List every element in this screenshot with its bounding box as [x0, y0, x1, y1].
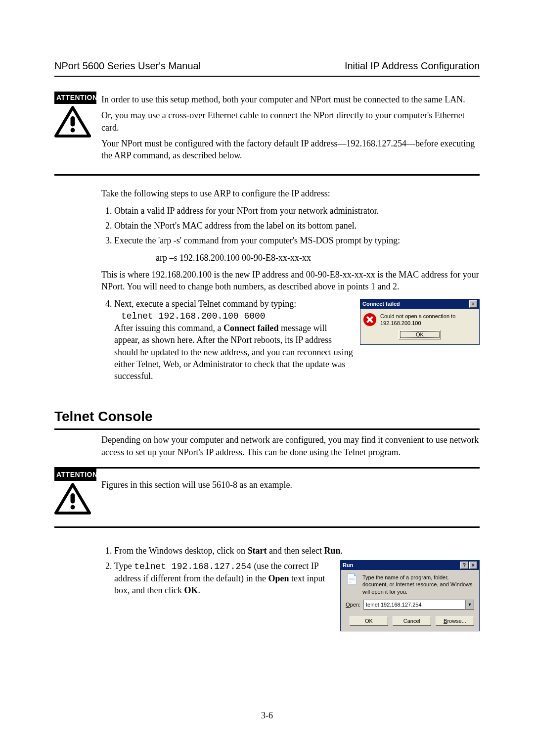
arp-intro: Take the following steps to use ARP to c…: [101, 188, 480, 199]
connect-failed-body: Could not open a connection to 192.168.2…: [360, 309, 479, 330]
t1b: and then select: [267, 546, 324, 556]
svg-point-3: [71, 505, 75, 510]
run-browse-button[interactable]: Browse...: [436, 616, 474, 626]
telnet-step-2: Type telnet 192.168.127.254 (use the cor…: [114, 560, 480, 631]
t1start: Start: [247, 546, 267, 556]
run-titlebar: Run ? ×: [341, 561, 479, 570]
page-header: NPort 5600 Series User's Manual Initial …: [54, 59, 480, 77]
attention-icon-col: ATTENTION: [54, 92, 96, 141]
t2a: Type: [114, 561, 134, 571]
header-left: NPort 5600 Series User's Manual: [54, 59, 201, 73]
att2-text: Figures in this section will use 5610-8 …: [101, 479, 292, 491]
svg-rect-0: [71, 116, 75, 127]
connect-failed-msg: Could not open a connection to 192.168.2…: [380, 313, 476, 328]
t2ok: OK: [184, 585, 198, 595]
telnet-steps-list: From the Windows desktop, click on Start…: [101, 545, 480, 631]
page: NPort 5600 Series User's Manual Initial …: [0, 0, 534, 756]
att1-p1: In order to use this setup method, both …: [101, 94, 480, 105]
run-desc: Type the name of a program, folder, docu…: [362, 574, 474, 596]
connect-failed-ok-button[interactable]: OK: [399, 330, 441, 339]
telnet-intro: Depending on how your computer and netwo…: [101, 434, 480, 458]
help-icon[interactable]: ?: [460, 562, 468, 569]
connect-failed-dialog: Connect failed × Could not open a connec…: [360, 299, 480, 345]
warning-triangle-icon: [54, 106, 91, 138]
arp-step-3-text: Execute the 'arp -s' command from your c…: [114, 236, 400, 245]
telnet-intro-block: Depending on how your computer and netwo…: [101, 434, 480, 458]
page-number: 3-6: [0, 709, 534, 721]
attention-block-1: ATTENTION In order to use this setup met…: [54, 92, 480, 176]
arp-explain: This is where 192.168.200.100 is the new…: [101, 269, 480, 293]
arp-step4-list: Next, execute a special Telnet command b…: [101, 298, 480, 382]
arp-steps-list: Obtain a valid IP address for your NPort…: [101, 205, 480, 247]
run-open-combo[interactable]: ▼: [363, 600, 474, 610]
step4-cmd: telnet 192.168.200.100 6000: [121, 310, 266, 322]
step4-after-bold: Connect failed: [223, 323, 279, 333]
svg-rect-2: [71, 493, 75, 504]
run-ok-button[interactable]: OK: [350, 616, 388, 626]
telnet-step-1: From the Windows desktop, click on Start…: [114, 545, 480, 557]
arp-step4-text: Next, execute a special Telnet command b…: [114, 298, 360, 382]
connect-failed-title: Connect failed: [362, 300, 400, 308]
section-title-telnet: Telnet Console: [54, 407, 480, 430]
header-right: Initial IP Address Configuration: [345, 59, 480, 73]
run-cancel-button[interactable]: Cancel: [393, 616, 431, 626]
arp-step-1: Obtain a valid IP address for your NPort…: [114, 205, 480, 217]
run-body: 📄 Type the name of a program, folder, do…: [341, 570, 479, 617]
attention-2-body: Figures in this section will use 5610-8 …: [101, 469, 480, 503]
telnet-step-2-text: Type telnet 192.168.127.254 (use the cor…: [114, 560, 340, 597]
attention-badge: ATTENTION: [54, 92, 96, 104]
t2code: telnet 192.168.127.254: [134, 562, 252, 571]
telnet-steps-block: From the Windows desktop, click on Start…: [101, 545, 480, 631]
run-open-input[interactable]: [364, 600, 465, 609]
attention-1-body: In order to use this setup method, both …: [101, 92, 480, 165]
t1c: .: [340, 546, 343, 556]
arp-step-3: Execute the 'arp -s' command from your c…: [114, 235, 480, 246]
arp-command: arp –s 192.168.200.100 00-90-E8-xx-xx-xx: [156, 252, 480, 264]
run-app-icon: 📄: [346, 574, 358, 584]
close-icon[interactable]: ×: [469, 562, 477, 569]
close-icon[interactable]: ×: [469, 300, 477, 308]
error-icon: [363, 313, 376, 326]
connect-failed-titlebar: Connect failed ×: [360, 299, 479, 309]
connect-failed-buttons: OK: [360, 329, 479, 344]
t1a: From the Windows desktop, click on: [114, 546, 247, 556]
svg-point-1: [71, 128, 75, 132]
att1-p2: Or, you may use a cross-over Ethernet ca…: [101, 109, 480, 134]
arp-step-4: Next, execute a special Telnet command b…: [114, 298, 480, 382]
chevron-down-icon[interactable]: ▼: [465, 600, 474, 609]
t1run: Run: [324, 546, 340, 556]
run-button-row: OK Cancel Browse...: [341, 616, 479, 631]
step4-lead: Next, execute a special Telnet command b…: [114, 299, 296, 309]
arp-steps-block: Take the following steps to use ARP to c…: [101, 188, 480, 382]
run-title: Run: [343, 562, 353, 569]
warning-triangle-icon: [54, 483, 91, 515]
attention-badge-2: ATTENTION: [54, 469, 96, 481]
arp-step-2: Obtain the NPort's MAC address from the …: [114, 220, 480, 232]
att1-p3: Your NPort must be configured with the f…: [101, 138, 480, 162]
t2open: Open: [268, 573, 289, 583]
attention-icon-col-2: ATTENTION: [54, 469, 96, 518]
t2d: .: [198, 585, 200, 595]
step4-after-a: After issuing this command, a: [114, 323, 223, 333]
attention-block-2: ATTENTION Figures in this section will u…: [54, 467, 480, 528]
run-open-label: Open:: [346, 601, 363, 609]
run-dialog: Run ? × 📄 Type the name of a program, fo…: [340, 560, 480, 631]
